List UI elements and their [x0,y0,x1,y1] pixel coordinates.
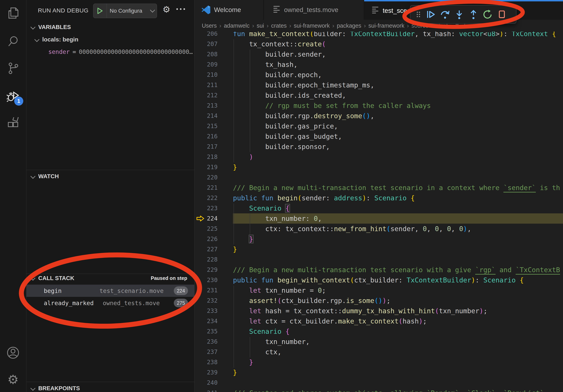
line-number[interactable]: 235 [195,326,218,337]
line-number[interactable]: 229 [195,265,218,275]
line-number[interactable]: 207 [195,39,218,49]
line-number[interactable]: 237 [195,347,218,357]
line-number[interactable]: 231 [195,285,218,296]
line-number[interactable]: 220 [195,172,218,183]
line-number[interactable]: 214 [195,111,218,121]
line-number[interactable]: 230 [195,275,218,285]
run-and-debug-icon[interactable]: 1 [0,85,26,107]
start-debugging-button[interactable]: No Configura [93,3,157,18]
line-number[interactable]: 240 [195,378,218,388]
code-line[interactable]: 240 [195,378,563,388]
code-line[interactable]: 228 [195,254,563,265]
more-actions-icon[interactable] [176,8,185,10]
line-number[interactable]: 215 [195,121,218,131]
line-number[interactable]: 217 [195,142,218,152]
line-number[interactable]: 227 [195,244,218,254]
code-line[interactable]: 239} [195,367,563,378]
breakpoints-section-header[interactable]: BREAKPOINTS [26,382,194,392]
line-number[interactable]: 225 [195,224,218,234]
code-editor[interactable]: 206fun make_tx_context(builder: TxContex… [195,29,563,392]
tab-owned-tests[interactable]: owned_tests.move [264,0,364,20]
breadcrumb-separator: › [250,22,257,29]
line-number[interactable]: 213 [195,101,218,111]
line-number[interactable]: 219 [195,162,218,172]
variable-value: 0000000000000000000000000000000… [79,48,193,55]
breadcrumb-item[interactable]: sui-framework [294,23,330,29]
code-line[interactable]: 223 Scenario { [195,203,563,213]
breadcrumb-item[interactable]: sui-framework [369,23,404,29]
call-stack-frame[interactable]: begin test_scenario.move 224 [26,285,194,297]
line-number[interactable]: 226 [195,234,218,244]
code-line[interactable]: 231 let txn_number = 0; [195,285,563,296]
variables-scope-row[interactable]: locals: begin [35,35,78,44]
breadcrumb-item[interactable]: Users [202,23,217,29]
line-number[interactable]: 211 [195,80,218,90]
search-icon[interactable] [0,30,26,52]
step-over-button[interactable] [438,7,452,22]
watch-section-header[interactable]: WATCH [26,170,194,182]
code-line[interactable]: 219} [195,162,563,172]
call-stack-status: Paused on step [151,272,187,284]
code-line[interactable]: 233 let hash = tx_context::dummy_tx_hash… [195,306,563,316]
play-icon[interactable] [93,4,107,18]
line-number[interactable]: 222 [195,193,218,203]
line-number[interactable]: 239 [195,367,218,378]
code-line[interactable]: 229/// Begin a new multi-transaction tes… [195,265,563,275]
step-into-button[interactable] [452,7,466,22]
code-line[interactable]: 227} [195,244,563,254]
account-icon[interactable] [0,342,26,364]
breadcrumb-item[interactable]: packages [337,23,361,29]
code-line[interactable]: 235 Scenario { [195,326,563,337]
debug-current-line-arrow-icon [196,215,205,223]
line-number[interactable]: 212 [195,90,218,101]
code-line[interactable]: 218 ) [195,152,563,162]
code-line[interactable]: 221/// Begin a new multi-transaction tes… [195,183,563,193]
breadcrumb-separator: › [287,22,294,29]
continue-button[interactable] [424,7,438,22]
line-number[interactable]: 232 [195,296,218,306]
extensions-icon[interactable] [0,112,26,134]
stop-button[interactable] [495,7,509,22]
code-line[interactable]: 230public fun begin_with_context(ctx_bui… [195,275,563,285]
code-line[interactable]: 226 } [195,234,563,244]
line-number[interactable]: 238 [195,357,218,367]
code-line[interactable]: 207 tx_context::create( [195,39,563,49]
line-number[interactable]: 228 [195,254,218,265]
source-control-icon[interactable] [0,57,26,79]
line-number[interactable]: 216 [195,131,218,142]
variable-name: sender [48,48,70,55]
debug-config-select[interactable]: No Configura [107,8,151,14]
line-number[interactable]: 234 [195,316,218,326]
code-line[interactable]: 232 assert!(ctx_builder.rgp.is_some()); [195,296,563,306]
line-number[interactable]: 210 [195,70,218,80]
line-number[interactable]: 221 [195,183,218,193]
breadcrumb-item[interactable]: adamwelc [224,23,250,29]
line-number[interactable]: 241 [195,388,218,392]
line-number[interactable]: 223 [195,203,218,213]
line-number[interactable]: 209 [195,59,218,70]
code-line[interactable]: 234 let ctx = ctx_builder.make_tx_contex… [195,316,563,326]
sidebar-title-row: RUN AND DEBUG No Configura ⚙ [26,0,194,20]
line-number[interactable]: 233 [195,306,218,316]
breadcrumb-item[interactable]: sui [257,23,264,29]
debug-settings-gear-icon[interactable]: ⚙ [163,4,170,14]
tab-welcome[interactable]: Welcome [195,0,264,20]
variable-row[interactable]: sender = 0000000000000000000000000000000… [48,47,194,57]
debug-toolbar [410,5,516,24]
line-number[interactable]: 236 [195,337,218,347]
breadcrumb-item[interactable]: crates [271,23,287,29]
variables-section-header[interactable]: VARIABLES [26,21,194,33]
line-number[interactable]: 208 [195,49,218,59]
code-line[interactable]: 220 [195,172,563,183]
step-out-button[interactable] [466,7,481,22]
code-line[interactable]: 222public fun begin(sender: address): Sc… [195,193,563,203]
code-line[interactable]: 238 } [195,357,563,367]
restart-button[interactable] [481,7,495,22]
settings-gear-icon[interactable]: ⚙ [0,369,26,391]
line-number[interactable]: 218 [195,152,218,162]
code-line[interactable]: 241/// Creates and shares system objects… [195,388,563,392]
file-icon [372,7,378,15]
drag-handle-icon[interactable] [413,7,424,22]
explorer-icon[interactable] [0,3,26,25]
call-stack-frame[interactable]: already_marked owned_tests.move 275 [26,297,194,309]
